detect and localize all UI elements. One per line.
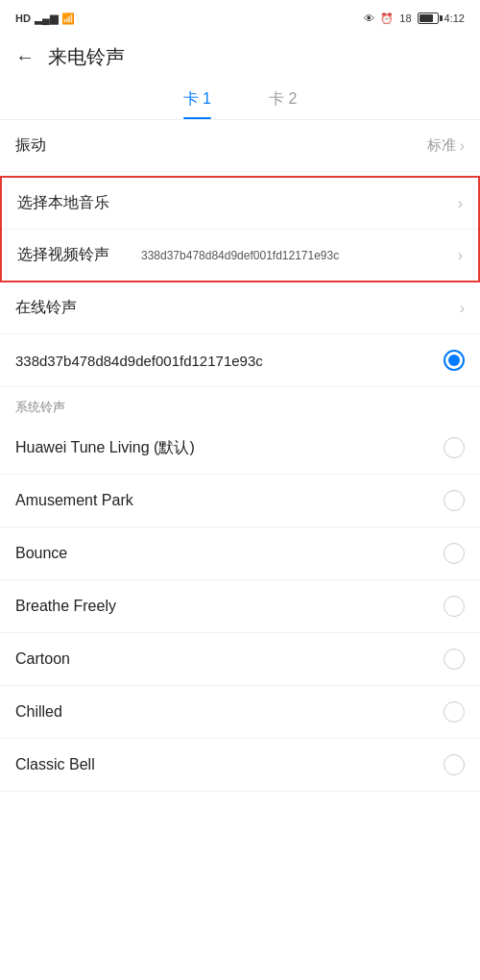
vibration-value: 标准 › <box>427 136 465 155</box>
red-box-section: 选择本地音乐 › 选择视频铃声 338d37b478d84d9def001fd1… <box>0 176 480 282</box>
ringtone-radio-button[interactable] <box>444 596 465 617</box>
ringtone-radio-button[interactable] <box>444 754 465 775</box>
system-ringtones-header: 系统铃声 <box>0 387 480 422</box>
battery-icon <box>418 12 439 24</box>
selected-ringtone-label: 338d37b478d84d9def001fd12171e93c <box>15 353 444 369</box>
battery-label: 18 <box>399 12 411 24</box>
select-video-ringtone-label: 选择视频铃声 <box>17 245 109 265</box>
ringtone-name: Cartoon <box>15 650 70 668</box>
ringtone-radio-button[interactable] <box>444 543 465 564</box>
ringtone-row[interactable]: Classic Bell <box>0 739 480 792</box>
online-ringtone-label: 在线铃声 <box>15 298 77 318</box>
select-video-ringtone-row[interactable]: 选择视频铃声 338d37b478d84d9def001fd12171e93c … <box>2 230 478 281</box>
ringtone-row[interactable]: Amusement Park <box>0 475 480 527</box>
carrier-text: HD <box>15 12 31 24</box>
back-button[interactable]: ← <box>15 46 35 68</box>
select-video-ringtone-chevron: › <box>458 247 463 264</box>
ringtone-row[interactable]: Breathe Freely <box>0 580 480 633</box>
signal-icon: ▂▄▆ <box>35 12 58 25</box>
status-bar: HD ▂▄▆ 📶 👁 ⏰ 18 4:12 <box>0 0 480 35</box>
page-title: 来电铃声 <box>48 44 125 70</box>
time-display: 4:12 <box>444 12 465 24</box>
vibration-label: 振动 <box>15 135 46 156</box>
tab-bar: 卡 1 卡 2 <box>0 80 480 120</box>
ringtone-radio-button[interactable] <box>444 437 465 458</box>
ringtone-row[interactable]: Huawei Tune Living (默认) <box>0 422 480 475</box>
ringtone-name: Amusement Park <box>15 492 133 509</box>
ringtone-name: Breathe Freely <box>15 598 116 615</box>
selected-radio-button[interactable] <box>444 350 465 371</box>
online-ringtone-row[interactable]: 在线铃声 › <box>0 282 480 334</box>
eye-icon: 👁 <box>364 12 374 24</box>
page-header: ← 来电铃声 <box>0 35 480 80</box>
select-local-music-chevron: › <box>458 195 463 212</box>
ringtone-radio-button[interactable] <box>444 701 465 723</box>
ringtone-name: Bounce <box>15 545 67 562</box>
tab-card2[interactable]: 卡 2 <box>269 89 297 119</box>
ringtone-name: Huawei Tune Living (默认) <box>15 438 195 458</box>
radio-inner-dot <box>448 355 460 366</box>
ringtone-list: Huawei Tune Living (默认)Amusement ParkBou… <box>0 422 480 792</box>
wifi-icon: 📶 <box>61 12 75 25</box>
ringtone-name: Classic Bell <box>15 756 95 773</box>
status-left: HD ▂▄▆ 📶 <box>15 12 75 25</box>
status-right: 👁 ⏰ 18 4:12 <box>364 12 465 25</box>
ringtone-radio-button[interactable] <box>444 649 465 670</box>
online-ringtone-chevron: › <box>460 300 465 317</box>
vibration-row[interactable]: 振动 标准 › <box>0 120 480 172</box>
ringtone-row[interactable]: Chilled <box>0 686 480 739</box>
selected-ringtone-row[interactable]: 338d37b478d84d9def001fd12171e93c <box>0 334 480 387</box>
ringtone-row[interactable]: Cartoon <box>0 633 480 686</box>
ringtone-radio-button[interactable] <box>444 490 465 511</box>
ringtone-name: Chilled <box>15 703 62 721</box>
alarm-icon: ⏰ <box>380 12 394 25</box>
vibration-chevron: › <box>460 137 465 155</box>
select-local-music-label: 选择本地音乐 <box>17 193 109 213</box>
video-overlay-text: 338d37b478d84d9def001fd12171e93c <box>141 249 339 262</box>
select-local-music-row[interactable]: 选择本地音乐 › <box>2 178 478 230</box>
ringtone-row[interactable]: Bounce <box>0 527 480 580</box>
tab-card1[interactable]: 卡 1 <box>183 89 211 119</box>
